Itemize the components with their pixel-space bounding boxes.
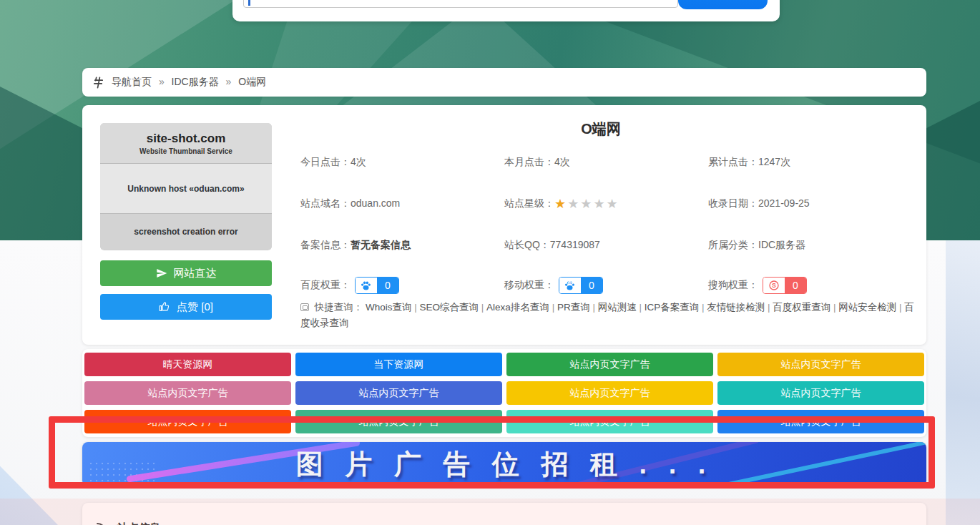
sogou-weight: 搜狗权重： S 0 bbox=[708, 277, 807, 293]
ad-link[interactable]: 站点内页文字广告 bbox=[84, 410, 291, 433]
cyan-streak bbox=[714, 442, 926, 486]
stat-month-clicks: 本月点击：4次 bbox=[504, 154, 570, 170]
background-side-accent bbox=[946, 240, 980, 525]
thumbnail-error-text: screenshot creation error bbox=[134, 227, 237, 237]
quick-link[interactable]: ICP备案查询 bbox=[645, 302, 700, 313]
ad-link[interactable]: 站点内页文字广告 bbox=[84, 381, 291, 405]
thumbnail-service-tagline: Website Thumbnail Service bbox=[139, 147, 232, 155]
like-label: 点赞 [0] bbox=[177, 300, 213, 314]
star-empty-icon: ★ bbox=[593, 197, 606, 211]
thumbnail-footer: screenshot creation error bbox=[100, 214, 272, 250]
ad-link[interactable]: 站点内页文字广告 bbox=[506, 410, 713, 433]
page: 导航首页 » IDC服务器 » O端网 site-shot.com Websit… bbox=[0, 0, 980, 525]
quick-link[interactable]: 友情链接检测 bbox=[707, 302, 765, 313]
site-detail-card: site-shot.com Website Thumbnail Service … bbox=[82, 105, 926, 345]
baidu-weight: 百度权重： 0 bbox=[300, 277, 399, 293]
star-empty-icon: ★ bbox=[567, 197, 580, 211]
mobile-paw-icon: m bbox=[559, 278, 581, 293]
link-separator: | bbox=[896, 302, 904, 313]
link-separator: | bbox=[549, 302, 557, 313]
breadcrumb-home-link[interactable]: 导航首页 bbox=[112, 76, 152, 87]
ad-link[interactable]: 站点内页文字广告 bbox=[506, 381, 713, 405]
mobile-weight-value: 0 bbox=[581, 278, 602, 293]
ad-link[interactable]: 站点内页文字广告 bbox=[506, 353, 713, 376]
sogou-s-icon: S bbox=[763, 278, 785, 293]
nav-icon bbox=[92, 77, 104, 89]
link-separator: | bbox=[830, 302, 838, 313]
quick-query-prefix: 快捷查询： bbox=[315, 302, 363, 313]
search-input[interactable] bbox=[243, 0, 678, 8]
quick-link[interactable]: 网站测速 bbox=[598, 302, 637, 313]
thumbnail-header: site-shot.com Website Thumbnail Service bbox=[100, 123, 272, 164]
star-empty-icon: ★ bbox=[580, 197, 593, 211]
stat-category: 所属分类：IDC服务器 bbox=[708, 237, 805, 252]
mobile-weight: 移动权重： m 0 bbox=[504, 277, 603, 293]
site-info-section: 站点信息 bbox=[82, 503, 926, 525]
visit-site-button[interactable]: 网站直达 bbox=[100, 260, 272, 286]
ad-link[interactable]: 站点内页文字广告 bbox=[717, 381, 924, 405]
link-separator: | bbox=[412, 302, 420, 313]
quick-query-icon bbox=[300, 303, 309, 311]
thumbs-up-icon bbox=[159, 301, 170, 313]
thumbnail-service-name: site-shot.com bbox=[147, 132, 226, 146]
text-ads-card: 晴天资源网当下资源网站点内页文字广告站点内页文字广告站点内页文字广告站点内页文字… bbox=[82, 349, 926, 437]
site-thumbnail-placeholder[interactable]: site-shot.com Website Thumbnail Service … bbox=[100, 123, 272, 250]
quick-link[interactable]: PR查询 bbox=[557, 302, 590, 313]
quick-link[interactable]: SEO综合查询 bbox=[420, 302, 479, 313]
quick-link[interactable]: Alexa排名查询 bbox=[486, 302, 549, 313]
stat-today-clicks: 今日点击：4次 bbox=[300, 154, 366, 170]
ad-link[interactable]: 站点内页文字广告 bbox=[717, 353, 924, 376]
stat-total-clicks: 累计点击：1247次 bbox=[708, 154, 790, 170]
paper-plane-icon bbox=[156, 268, 167, 279]
quick-link[interactable]: 网站安全检测 bbox=[838, 302, 896, 313]
ad-link[interactable]: 当下资源网 bbox=[295, 353, 502, 376]
baidu-paw-icon bbox=[356, 278, 377, 293]
stat-listed-date: 收录日期：2021-09-25 bbox=[708, 195, 810, 211]
breadcrumb-current: O端网 bbox=[238, 76, 266, 87]
star-rating: ★★★★★ bbox=[554, 197, 619, 210]
stat-star-rating: 站点星级：★★★★★ bbox=[504, 195, 619, 211]
baidu-weight-value: 0 bbox=[377, 278, 398, 293]
banner-ad-text: 图 片 广 告 位 招 租 . . . bbox=[296, 446, 713, 483]
search-button[interactable] bbox=[678, 0, 768, 9]
sogou-weight-badge[interactable]: S 0 bbox=[763, 277, 807, 294]
link-separator: | bbox=[590, 302, 598, 313]
breadcrumb-category-link[interactable]: IDC服务器 bbox=[172, 76, 219, 87]
banner-ad[interactable]: 图 片 广 告 位 招 租 . . . bbox=[82, 442, 926, 486]
mobile-weight-badge[interactable]: m 0 bbox=[559, 277, 603, 294]
text-cursor bbox=[248, 0, 250, 6]
section-title: 站点信息 bbox=[117, 521, 160, 525]
rss-icon bbox=[95, 521, 108, 525]
ad-link[interactable]: 晴天资源网 bbox=[84, 353, 291, 376]
like-button[interactable]: 点赞 [0] bbox=[100, 294, 272, 320]
stat-webmaster-qq: 站长QQ：774319087 bbox=[504, 237, 600, 252]
quick-query-bar: 快捷查询： Whois查询 | SEO综合查询 | Alexa排名查询 | PR… bbox=[300, 300, 919, 331]
dot-pattern bbox=[88, 461, 156, 484]
sogou-weight-value: 0 bbox=[785, 278, 806, 293]
ad-link[interactable]: 站点内页文字广告 bbox=[295, 381, 502, 405]
breadcrumb-separator: » bbox=[159, 76, 165, 87]
page-title: O端网 bbox=[290, 119, 912, 139]
ad-link[interactable]: 站点内页文字广告 bbox=[717, 410, 924, 433]
link-separator: | bbox=[765, 302, 773, 313]
link-separator: | bbox=[637, 302, 645, 313]
link-separator: | bbox=[699, 302, 707, 313]
ad-grid: 晴天资源网当下资源网站点内页文字广告站点内页文字广告站点内页文字广告站点内页文字… bbox=[84, 353, 924, 433]
ad-link[interactable]: 站点内页文字广告 bbox=[295, 410, 502, 433]
stat-icp-info: 备案信息：暂无备案信息 bbox=[300, 237, 411, 252]
quick-link[interactable]: Whois查询 bbox=[366, 302, 412, 313]
visit-site-label: 网站直达 bbox=[174, 267, 217, 280]
thumbnail-message: Unknown host «oduan.com» bbox=[100, 164, 272, 214]
breadcrumb: 导航首页 » IDC服务器 » O端网 bbox=[82, 68, 926, 97]
svg-text:S: S bbox=[772, 282, 776, 289]
breadcrumb-separator: » bbox=[226, 76, 232, 87]
quick-link[interactable]: 百度权重查询 bbox=[773, 302, 830, 313]
thumbnail-error-host: Unknown host «oduan.com» bbox=[127, 184, 244, 194]
star-empty-icon: ★ bbox=[607, 197, 619, 211]
baidu-weight-badge[interactable]: 0 bbox=[355, 277, 399, 294]
quick-links-list: Whois查询 | SEO综合查询 | Alexa排名查询 | PR查询 | 网… bbox=[300, 302, 914, 328]
link-separator: | bbox=[479, 302, 486, 313]
star-filled-icon: ★ bbox=[554, 197, 567, 211]
stat-domain: 站点域名：oduan.com bbox=[300, 195, 400, 211]
